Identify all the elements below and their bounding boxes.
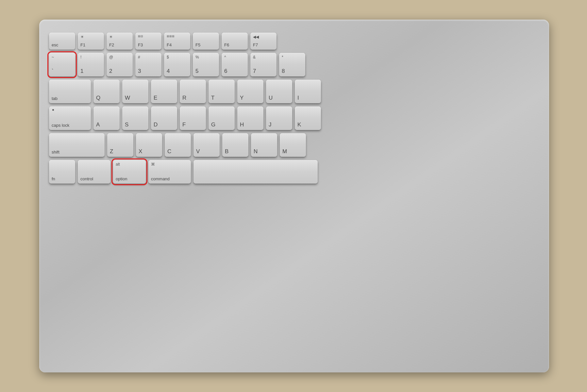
shift-label: shift bbox=[52, 150, 59, 155]
key-f4[interactable]: ⊞⊞⊞ F4 bbox=[164, 33, 190, 50]
key-5-top: % bbox=[195, 55, 199, 59]
key-7[interactable]: & 7 bbox=[250, 53, 277, 76]
key-8-top: * bbox=[282, 55, 283, 59]
alt-label: alt bbox=[116, 162, 120, 167]
key-5[interactable]: % 5 bbox=[193, 53, 219, 76]
key-h[interactable]: H bbox=[237, 106, 263, 130]
backtick-label: ` bbox=[52, 68, 54, 74]
w-label: W bbox=[125, 95, 130, 101]
key-i[interactable]: I bbox=[295, 80, 321, 103]
key-command[interactable]: ⌘ command bbox=[148, 160, 191, 184]
g-label: G bbox=[211, 122, 215, 128]
key-m[interactable]: M bbox=[280, 133, 306, 157]
key-8[interactable]: * 8 bbox=[279, 53, 305, 76]
key-y[interactable]: Y bbox=[237, 80, 263, 103]
key-4-top: $ bbox=[167, 55, 169, 59]
f1-icon: ☀ bbox=[80, 35, 84, 39]
key-f5[interactable]: F5 bbox=[193, 33, 219, 50]
y-label: Y bbox=[240, 95, 243, 101]
h-label: H bbox=[240, 122, 244, 128]
key-caps-lock[interactable]: caps lock bbox=[49, 106, 91, 130]
key-3-top: # bbox=[138, 55, 140, 59]
key-x[interactable]: X bbox=[136, 133, 162, 157]
s-label: S bbox=[125, 122, 128, 128]
f4-label: F4 bbox=[167, 42, 172, 48]
command-label: command bbox=[151, 176, 170, 182]
key-3[interactable]: # 3 bbox=[135, 53, 161, 76]
key-2-top: @ bbox=[109, 55, 113, 59]
key-3-label: 3 bbox=[138, 68, 141, 74]
key-2-label: 2 bbox=[109, 68, 112, 74]
key-4[interactable]: $ 4 bbox=[164, 53, 190, 76]
key-7-label: 7 bbox=[253, 68, 256, 74]
key-2[interactable]: @ 2 bbox=[107, 53, 133, 76]
key-f[interactable]: F bbox=[180, 106, 206, 130]
f7-icon: ◀◀ bbox=[253, 35, 259, 39]
key-6-label: 6 bbox=[224, 68, 227, 74]
key-fn[interactable]: fn bbox=[49, 160, 75, 184]
z-label: Z bbox=[110, 148, 113, 155]
key-shift[interactable]: shift bbox=[49, 133, 105, 157]
f2-label: F2 bbox=[109, 42, 114, 48]
key-q[interactable]: Q bbox=[93, 80, 120, 103]
key-c[interactable]: C bbox=[165, 133, 191, 157]
key-u[interactable]: U bbox=[266, 80, 292, 103]
key-t[interactable]: T bbox=[209, 80, 235, 103]
key-b[interactable]: B bbox=[222, 133, 248, 157]
key-k[interactable]: K bbox=[295, 106, 321, 130]
f5-label: F5 bbox=[195, 42, 200, 48]
caps-lock-label: caps lock bbox=[52, 123, 69, 128]
key-space[interactable] bbox=[193, 160, 318, 184]
key-z[interactable]: Z bbox=[107, 133, 133, 157]
key-f3[interactable]: ⊞⊟ F3 bbox=[135, 33, 161, 50]
key-r[interactable]: R bbox=[180, 80, 206, 103]
c-label: C bbox=[167, 148, 171, 155]
key-f6[interactable]: F6 bbox=[222, 33, 248, 50]
k-label: K bbox=[297, 122, 301, 128]
u-label: U bbox=[269, 95, 273, 101]
key-tab[interactable]: tab bbox=[49, 80, 91, 103]
key-4-label: 4 bbox=[167, 68, 170, 74]
asdf-row: caps lock A S D F G H J bbox=[49, 106, 539, 130]
key-option[interactable]: alt option bbox=[113, 160, 146, 184]
f3-icon: ⊞⊟ bbox=[138, 35, 143, 38]
key-f7[interactable]: ◀◀ F7 bbox=[250, 33, 277, 50]
x-label: X bbox=[139, 148, 142, 155]
key-control[interactable]: control bbox=[78, 160, 110, 184]
key-backtick[interactable]: ~ ` bbox=[49, 53, 75, 76]
key-f1[interactable]: ☀ F1 bbox=[78, 33, 104, 50]
q-label: Q bbox=[96, 95, 100, 101]
key-1-top: ! bbox=[80, 55, 81, 59]
esc-label: esc bbox=[52, 42, 58, 48]
key-e[interactable]: E bbox=[151, 80, 177, 103]
b-label: B bbox=[225, 148, 228, 155]
key-rows: esc ☀ F1 ☀ F2 ⊞⊟ F3 ⊞⊞⊞ F4 F5 F6 bbox=[49, 33, 539, 184]
f7-label: F7 bbox=[253, 42, 258, 48]
key-1[interactable]: ! 1 bbox=[78, 53, 104, 76]
key-n[interactable]: N bbox=[251, 133, 277, 157]
key-esc[interactable]: esc bbox=[49, 33, 75, 50]
key-d[interactable]: D bbox=[151, 106, 177, 130]
caps-lock-indicator bbox=[52, 109, 54, 111]
key-8-label: 8 bbox=[282, 68, 285, 74]
v-label: V bbox=[196, 148, 200, 155]
key-s[interactable]: S bbox=[122, 106, 148, 130]
f3-label: F3 bbox=[138, 42, 143, 48]
f-label: F bbox=[182, 122, 186, 128]
key-a[interactable]: A bbox=[93, 106, 120, 130]
key-j[interactable]: J bbox=[266, 106, 292, 130]
zxcv-row: shift Z X C V B N M bbox=[49, 133, 539, 157]
control-label: control bbox=[80, 176, 93, 182]
key-g[interactable]: G bbox=[209, 106, 235, 130]
key-w[interactable]: W bbox=[122, 80, 148, 103]
fn-label: fn bbox=[52, 176, 55, 182]
key-6[interactable]: ^ 6 bbox=[222, 53, 248, 76]
command-icon: ⌘ bbox=[151, 162, 155, 167]
key-6-top: ^ bbox=[224, 55, 226, 59]
key-f2[interactable]: ☀ F2 bbox=[107, 33, 133, 50]
option-label: option bbox=[116, 176, 127, 182]
e-label: E bbox=[154, 95, 157, 101]
key-7-top: & bbox=[253, 55, 256, 59]
key-v[interactable]: V bbox=[193, 133, 220, 157]
number-row: ~ ` ! 1 @ 2 # 3 $ 4 % 5 bbox=[49, 53, 539, 76]
